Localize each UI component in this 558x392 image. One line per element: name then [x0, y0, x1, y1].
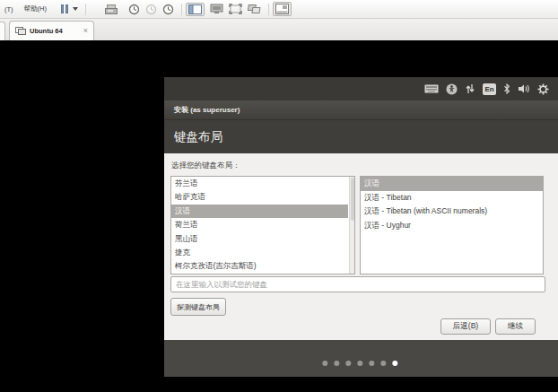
- desktop-background: [164, 340, 558, 377]
- vm-display: En 安装 (as superuser) 键盘布局 选择您的键盘布局：: [164, 77, 558, 377]
- language-list[interactable]: 芬兰语哈萨克语汉语荷兰语黑山语捷克柯尔克孜语(吉尔吉斯语): [170, 176, 355, 274]
- variant-option[interactable]: 汉语 - Tibetan: [361, 191, 543, 205]
- scrollbar[interactable]: [349, 177, 354, 274]
- progress-dots: [322, 361, 397, 366]
- language-option[interactable]: 黑山语: [171, 232, 348, 246]
- ubuntu-top-panel: En: [164, 77, 558, 100]
- vm-console-window: (T) 帮助(H): [0, 0, 558, 392]
- variant-option[interactable]: 汉语 - Tibetan (with ASCII numerals): [361, 205, 543, 219]
- detect-layout-button[interactable]: 探测键盘布局: [170, 298, 226, 316]
- thumbnail-bar-icon[interactable]: [273, 2, 292, 16]
- revert-snapshot-icon[interactable]: [145, 4, 157, 15]
- vm-icon: [15, 27, 26, 36]
- scrollbar-thumb[interactable]: [351, 178, 354, 221]
- input-method-indicator[interactable]: En: [483, 83, 496, 95]
- progress-dot: [345, 361, 351, 366]
- progress-dot: [334, 361, 339, 366]
- progress-dot: [369, 361, 374, 366]
- suspend-button[interactable]: [61, 4, 78, 13]
- continue-button[interactable]: 继续: [495, 318, 536, 335]
- variant-list[interactable]: 汉语汉语 - Tibetan汉语 - Tibetan (with ASCII n…: [360, 176, 544, 274]
- toolbar-divider: [181, 4, 182, 15]
- close-icon[interactable]: ×: [83, 27, 88, 35]
- accessibility-icon[interactable]: [446, 83, 458, 95]
- page-title: 键盘布局: [174, 129, 222, 145]
- back-button[interactable]: 后退(B): [440, 318, 491, 335]
- tab-bar: Ubuntu 64 ×: [0, 19, 558, 40]
- toolbar-divider: [85, 4, 86, 15]
- language-option[interactable]: 哈萨克语: [171, 190, 348, 204]
- keyboard-icon[interactable]: [424, 84, 439, 93]
- installer-header: 键盘布局: [164, 120, 558, 153]
- fullscreen-icon[interactable]: [229, 4, 242, 14]
- installer-content: 选择您的键盘布局： 芬兰语哈萨克语汉语荷兰语黑山语捷克柯尔克孜语(吉尔吉斯语) …: [164, 153, 558, 340]
- progress-dot: [392, 361, 397, 366]
- language-option[interactable]: 捷克: [171, 246, 348, 259]
- progress-dot: [322, 361, 327, 366]
- bluetooth-icon[interactable]: [503, 83, 510, 94]
- volume-icon[interactable]: [518, 83, 530, 94]
- pause-icon: [61, 4, 68, 13]
- show-library-icon[interactable]: [186, 3, 205, 16]
- gear-icon[interactable]: [537, 83, 549, 95]
- chevron-down-icon[interactable]: [73, 7, 78, 11]
- manage-snapshots-icon[interactable]: [162, 4, 174, 15]
- progress-dot: [357, 361, 362, 366]
- console-view-icon[interactable]: [210, 4, 223, 14]
- host-toolbar: (T) 帮助(H): [0, 0, 558, 19]
- language-option[interactable]: 芬兰语: [171, 177, 348, 190]
- installer-titlebar[interactable]: 安装 (as superuser): [164, 100, 558, 120]
- window-title: 安装 (as superuser): [174, 105, 240, 115]
- menu-item-help[interactable]: 帮助(H): [22, 4, 48, 13]
- select-layout-label: 选择您的键盘布局：: [171, 161, 240, 171]
- tab-title: Ubuntu 64: [30, 27, 63, 35]
- send-ctrl-alt-del-icon[interactable]: [104, 4, 118, 15]
- menu-item-truncated[interactable]: (T): [3, 5, 15, 13]
- unity-mode-icon[interactable]: [248, 4, 261, 14]
- progress-dot: [380, 361, 386, 366]
- variant-option[interactable]: 汉语: [361, 177, 543, 191]
- language-option[interactable]: 柯尔克孜语(吉尔吉斯语): [171, 259, 348, 273]
- network-arrows-icon[interactable]: [465, 83, 475, 94]
- keyboard-test-input[interactable]: [170, 276, 545, 292]
- partial-tab[interactable]: [0, 22, 5, 40]
- variant-option[interactable]: 汉语 - Uyghur: [361, 219, 543, 233]
- language-option[interactable]: 荷兰语: [171, 218, 348, 231]
- toolbar-divider: [268, 4, 269, 15]
- tab-ubuntu-64[interactable]: Ubuntu 64 ×: [9, 21, 94, 40]
- take-snapshot-icon[interactable]: [128, 4, 140, 15]
- language-option[interactable]: 汉语: [171, 205, 348, 218]
